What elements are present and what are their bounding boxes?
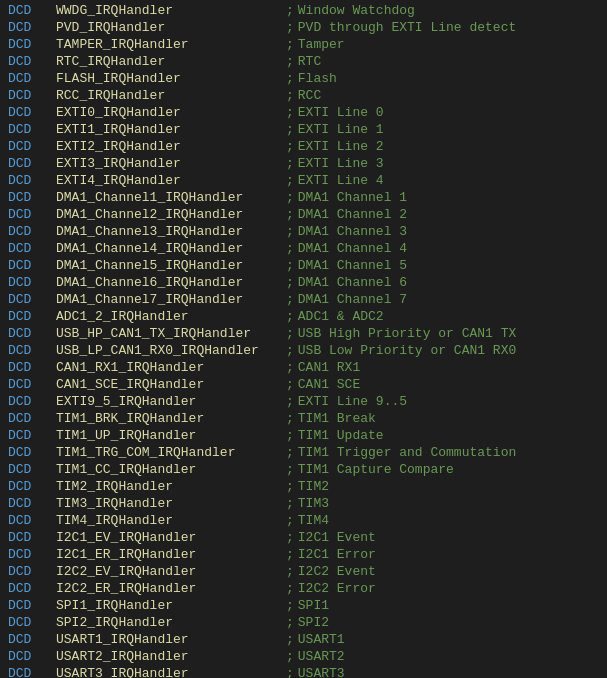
keyword: DCD — [8, 291, 56, 308]
handler-name: USB_HP_CAN1_TX_IRQHandler — [56, 325, 286, 342]
semicolon: ; — [286, 376, 294, 393]
handler-name: SPI2_IRQHandler — [56, 614, 286, 631]
semicolon: ; — [286, 172, 294, 189]
comment-text: EXTI Line 3 — [298, 155, 384, 172]
semicolon: ; — [286, 631, 294, 648]
table-row: DCDDMA1_Channel3_IRQHandler; DMA1 Channe… — [0, 223, 607, 240]
table-row: DCDEXTI2_IRQHandler; EXTI Line 2 — [0, 138, 607, 155]
handler-name: I2C2_EV_IRQHandler — [56, 563, 286, 580]
keyword: DCD — [8, 410, 56, 427]
semicolon: ; — [286, 546, 294, 563]
handler-name: TIM1_TRG_COM_IRQHandler — [56, 444, 286, 461]
semicolon: ; — [286, 444, 294, 461]
keyword: DCD — [8, 359, 56, 376]
keyword: DCD — [8, 19, 56, 36]
handler-name: USART1_IRQHandler — [56, 631, 286, 648]
table-row: DCDDMA1_Channel7_IRQHandler; DMA1 Channe… — [0, 291, 607, 308]
handler-name: TIM2_IRQHandler — [56, 478, 286, 495]
comment-text: DMA1 Channel 1 — [298, 189, 407, 206]
comment-text: EXTI Line 1 — [298, 121, 384, 138]
keyword: DCD — [8, 70, 56, 87]
table-row: DCDTIM4_IRQHandler; TIM4 — [0, 512, 607, 529]
table-row: DCDDMA1_Channel2_IRQHandler; DMA1 Channe… — [0, 206, 607, 223]
keyword: DCD — [8, 512, 56, 529]
semicolon: ; — [286, 597, 294, 614]
comment-text: CAN1 RX1 — [298, 359, 360, 376]
keyword: DCD — [8, 376, 56, 393]
keyword: DCD — [8, 614, 56, 631]
handler-name: FLASH_IRQHandler — [56, 70, 286, 87]
keyword: DCD — [8, 104, 56, 121]
handler-name: CAN1_RX1_IRQHandler — [56, 359, 286, 376]
keyword: DCD — [8, 308, 56, 325]
comment-text: TIM3 — [298, 495, 329, 512]
table-row: DCDTIM1_CC_IRQHandler; TIM1 Capture Comp… — [0, 461, 607, 478]
comment-text: EXTI Line 2 — [298, 138, 384, 155]
semicolon: ; — [286, 665, 294, 678]
comment-text: USB Low Priority or CAN1 RX0 — [298, 342, 516, 359]
comment-text: DMA1 Channel 4 — [298, 240, 407, 257]
handler-name: TIM3_IRQHandler — [56, 495, 286, 512]
semicolon: ; — [286, 495, 294, 512]
keyword: DCD — [8, 87, 56, 104]
keyword: DCD — [8, 155, 56, 172]
semicolon: ; — [286, 325, 294, 342]
semicolon: ; — [286, 2, 294, 19]
keyword: DCD — [8, 563, 56, 580]
comment-text: Flash — [298, 70, 337, 87]
handler-name: I2C1_ER_IRQHandler — [56, 546, 286, 563]
code-container: DCDWWDG_IRQHandler; Window WatchdogDCDPV… — [0, 0, 607, 678]
semicolon: ; — [286, 36, 294, 53]
keyword: DCD — [8, 189, 56, 206]
table-row: DCDSPI2_IRQHandler; SPI2 — [0, 614, 607, 631]
keyword: DCD — [8, 665, 56, 678]
comment-text: Tamper — [298, 36, 345, 53]
table-row: DCDPVD_IRQHandler; PVD through EXTI Line… — [0, 19, 607, 36]
semicolon: ; — [286, 580, 294, 597]
handler-name: ADC1_2_IRQHandler — [56, 308, 286, 325]
comment-text: USART1 — [298, 631, 345, 648]
comment-text: DMA1 Channel 6 — [298, 274, 407, 291]
table-row: DCDI2C1_EV_IRQHandler; I2C1 Event — [0, 529, 607, 546]
handler-name: EXTI2_IRQHandler — [56, 138, 286, 155]
table-row: DCDEXTI9_5_IRQHandler; EXTI Line 9..5 — [0, 393, 607, 410]
semicolon: ; — [286, 206, 294, 223]
comment-text: USB High Priority or CAN1 TX — [298, 325, 516, 342]
handler-name: I2C2_ER_IRQHandler — [56, 580, 286, 597]
keyword: DCD — [8, 172, 56, 189]
table-row: DCDUSART1_IRQHandler; USART1 — [0, 631, 607, 648]
handler-name: CAN1_SCE_IRQHandler — [56, 376, 286, 393]
keyword: DCD — [8, 53, 56, 70]
keyword: DCD — [8, 138, 56, 155]
semicolon: ; — [286, 461, 294, 478]
table-row: DCDEXTI3_IRQHandler; EXTI Line 3 — [0, 155, 607, 172]
keyword: DCD — [8, 342, 56, 359]
keyword: DCD — [8, 580, 56, 597]
semicolon: ; — [286, 512, 294, 529]
table-row: DCDDMA1_Channel4_IRQHandler; DMA1 Channe… — [0, 240, 607, 257]
keyword: DCD — [8, 427, 56, 444]
table-row: DCDTIM1_UP_IRQHandler; TIM1 Update — [0, 427, 607, 444]
semicolon: ; — [286, 121, 294, 138]
handler-name: RCC_IRQHandler — [56, 87, 286, 104]
handler-name: I2C1_EV_IRQHandler — [56, 529, 286, 546]
table-row: DCDDMA1_Channel6_IRQHandler; DMA1 Channe… — [0, 274, 607, 291]
comment-text: PVD through EXTI Line detect — [298, 19, 516, 36]
comment-text: SPI1 — [298, 597, 329, 614]
handler-name: DMA1_Channel2_IRQHandler — [56, 206, 286, 223]
comment-text: TIM1 Capture Compare — [298, 461, 454, 478]
table-row: DCDADC1_2_IRQHandler; ADC1 & ADC2 — [0, 308, 607, 325]
semicolon: ; — [286, 427, 294, 444]
keyword: DCD — [8, 597, 56, 614]
handler-name: TIM1_UP_IRQHandler — [56, 427, 286, 444]
semicolon: ; — [286, 19, 294, 36]
comment-text: USART3 — [298, 665, 345, 678]
semicolon: ; — [286, 138, 294, 155]
table-row: DCDI2C2_EV_IRQHandler; I2C2 Event — [0, 563, 607, 580]
handler-name: DMA1_Channel4_IRQHandler — [56, 240, 286, 257]
handler-name: TIM1_BRK_IRQHandler — [56, 410, 286, 427]
comment-text: TIM2 — [298, 478, 329, 495]
handler-name: TIM1_CC_IRQHandler — [56, 461, 286, 478]
keyword: DCD — [8, 274, 56, 291]
semicolon: ; — [286, 70, 294, 87]
